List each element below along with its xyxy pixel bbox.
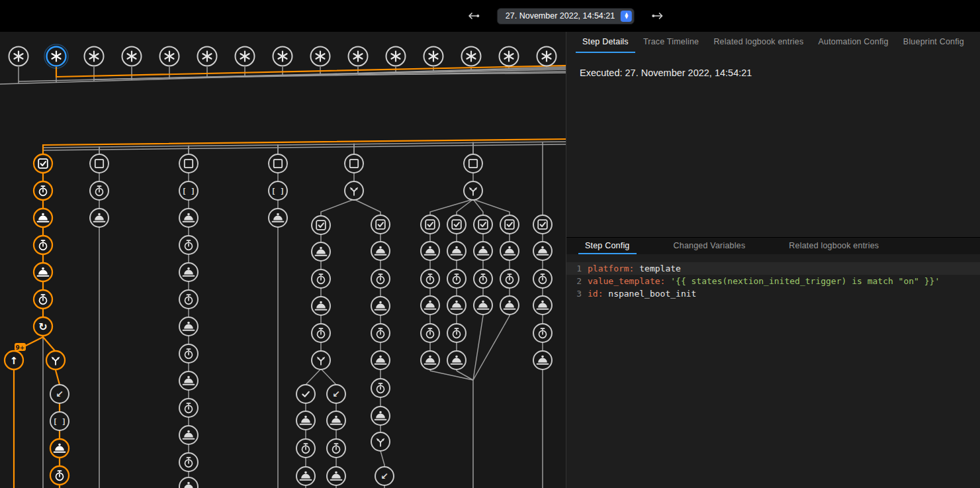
bell-node[interactable] xyxy=(533,351,552,369)
bell-node[interactable] xyxy=(179,426,198,444)
code-line[interactable]: 2value_template: '{{ states(nextion_init… xyxy=(566,275,980,287)
timer-node[interactable] xyxy=(371,379,390,397)
asterisk-node[interactable] xyxy=(122,47,142,66)
bell-node[interactable] xyxy=(179,371,198,390)
bell-node[interactable] xyxy=(371,351,390,369)
arrow-bottom-left-node[interactable]: ↙ xyxy=(50,385,69,403)
tab-related-logbook-entries[interactable]: Related logbook entries xyxy=(707,32,810,53)
asterisk-node[interactable] xyxy=(311,47,330,66)
tab-automation-config[interactable]: Automation Config xyxy=(811,32,895,53)
asterisk-node[interactable] xyxy=(537,47,557,66)
bell-node[interactable] xyxy=(312,242,330,261)
timer-node[interactable] xyxy=(312,324,330,342)
timer-node[interactable] xyxy=(179,399,198,417)
bell-node[interactable] xyxy=(90,209,109,227)
bell-node[interactable] xyxy=(50,439,69,458)
bell-node[interactable] xyxy=(179,209,198,227)
tab-step-details[interactable]: Step Details xyxy=(576,32,635,53)
checkbox-marked-node[interactable] xyxy=(371,215,390,234)
bell-node[interactable] xyxy=(421,242,439,260)
bell-node[interactable] xyxy=(500,242,519,260)
timer-node[interactable] xyxy=(296,439,315,458)
square-node[interactable] xyxy=(90,154,109,173)
brackets-node[interactable]: [ ] xyxy=(50,412,69,430)
timer-node[interactable] xyxy=(179,453,198,471)
bell-node[interactable] xyxy=(34,263,52,281)
bell-node[interactable] xyxy=(371,242,390,260)
square-node[interactable] xyxy=(464,154,482,173)
step-config-code-editor[interactable]: 1platform: template2value_template: '{{ … xyxy=(566,254,980,488)
tab-changed-variables[interactable]: Changed Variables xyxy=(667,238,752,254)
bell-node[interactable] xyxy=(327,411,345,430)
trace-picker-select[interactable]: 27. November 2022, 14:54:21 ▲▼ xyxy=(497,8,635,24)
bell-node[interactable] xyxy=(296,411,315,430)
bell-node[interactable] xyxy=(447,296,466,315)
timer-node[interactable] xyxy=(371,324,390,342)
split-node[interactable] xyxy=(345,181,363,200)
bell-node[interactable] xyxy=(34,209,52,227)
arrow-up-node[interactable]: ↑ xyxy=(5,351,23,369)
timer-node[interactable] xyxy=(327,439,345,458)
bell-node[interactable] xyxy=(312,297,330,315)
asterisk-node[interactable] xyxy=(273,47,292,66)
next-trace-button[interactable] xyxy=(649,7,666,24)
bell-node[interactable] xyxy=(296,467,315,485)
asterisk-node[interactable] xyxy=(386,47,406,66)
timer-node[interactable] xyxy=(500,269,519,288)
timer-node[interactable] xyxy=(533,324,552,342)
timer-node[interactable] xyxy=(312,269,330,288)
tab-blueprint-config[interactable]: Blueprint Config xyxy=(897,32,971,53)
timer-node[interactable] xyxy=(447,324,466,342)
asterisk-node[interactable] xyxy=(9,47,28,66)
timer-node[interactable] xyxy=(447,269,466,288)
bell-node[interactable] xyxy=(447,242,466,260)
timer-node[interactable] xyxy=(34,290,52,309)
timer-node[interactable] xyxy=(421,324,439,342)
asterisk-node[interactable] xyxy=(462,47,481,66)
split-node[interactable] xyxy=(371,432,390,451)
checkbox-marked-node[interactable] xyxy=(421,215,439,234)
timer-node[interactable] xyxy=(421,269,439,288)
trace-graph[interactable]: ↻↑↙[ ][ ][ ]↙↙9+ xyxy=(0,0,566,488)
asterisk-node[interactable] xyxy=(198,47,217,66)
square-node[interactable] xyxy=(345,154,363,173)
checkbox-marked-node[interactable] xyxy=(34,154,52,173)
split-node[interactable] xyxy=(46,351,65,369)
refresh-node[interactable]: ↻ xyxy=(34,317,52,336)
bell-node[interactable] xyxy=(474,242,492,260)
timer-node[interactable] xyxy=(179,344,198,363)
bell-node[interactable] xyxy=(533,296,552,315)
asterisk-node[interactable] xyxy=(160,47,179,66)
timer-node[interactable] xyxy=(179,290,198,309)
bell-node[interactable] xyxy=(500,296,519,315)
bell-node[interactable] xyxy=(421,296,439,315)
bell-node[interactable] xyxy=(179,317,198,336)
checkbox-marked-node[interactable] xyxy=(312,216,330,234)
timer-node[interactable] xyxy=(474,269,492,288)
asterisk-node[interactable] xyxy=(85,47,104,66)
bell-node[interactable] xyxy=(447,351,466,369)
checkbox-marked-node[interactable] xyxy=(447,215,466,234)
previous-trace-button[interactable] xyxy=(465,7,482,24)
tab-trace-timeline[interactable]: Trace Timeline xyxy=(637,32,705,53)
timer-node[interactable] xyxy=(90,181,109,200)
split-node[interactable] xyxy=(312,351,330,369)
timer-node[interactable] xyxy=(34,181,52,200)
bell-node[interactable] xyxy=(474,296,492,315)
timer-node[interactable] xyxy=(533,269,552,288)
checkbox-marked-node[interactable] xyxy=(533,215,552,234)
checkbox-marked-node[interactable] xyxy=(500,215,519,234)
bell-node[interactable] xyxy=(533,242,552,260)
split-node[interactable] xyxy=(464,181,482,200)
timer-node[interactable] xyxy=(179,236,198,254)
asterisk-node[interactable] xyxy=(500,47,519,66)
arrow-bottom-left-node[interactable]: ↙ xyxy=(375,467,394,485)
timer-node[interactable] xyxy=(50,466,69,485)
bell-node[interactable] xyxy=(327,467,345,485)
square-node[interactable] xyxy=(179,154,198,173)
asterisk-node[interactable] xyxy=(349,47,368,66)
asterisk-node[interactable] xyxy=(44,44,68,68)
asterisk-node[interactable] xyxy=(424,47,443,66)
arrow-bottom-left-node[interactable]: ↙ xyxy=(327,385,345,403)
timer-node[interactable] xyxy=(371,269,390,288)
